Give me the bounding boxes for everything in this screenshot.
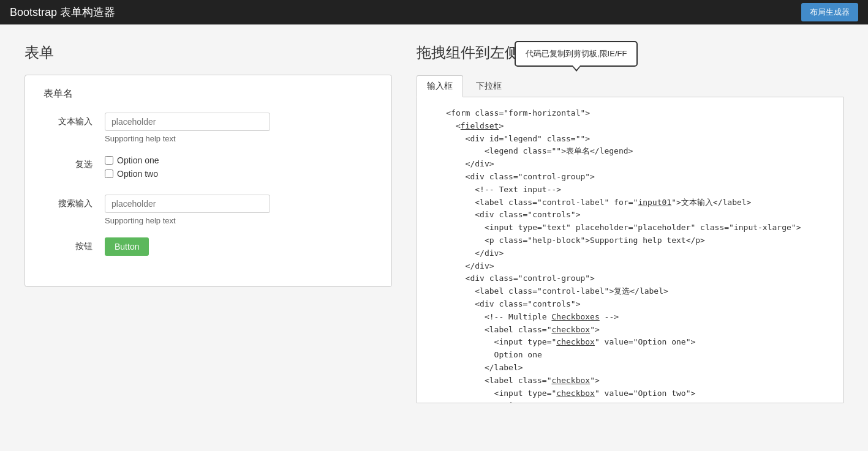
code-line: <label class="control-label">复选</label> xyxy=(427,285,833,298)
checkbox-option-one: Option one xyxy=(105,155,373,165)
code-line: <input type="checkbox" value="Option one… xyxy=(427,336,833,349)
button-controls: Button xyxy=(105,237,373,256)
text-input-group: 文本输入 Supporting help text xyxy=(43,113,373,143)
search-input-group: 搜索输入 Supporting help text xyxy=(43,195,373,225)
form-container: 表单名 文本输入 Supporting help text 复选 Option … xyxy=(25,75,392,287)
checkbox-option-two: Option two xyxy=(105,169,373,179)
search-input-label: 搜索输入 xyxy=(43,195,105,209)
text-input-help: Supporting help text xyxy=(105,134,373,143)
right-panel: 拖拽组件到左侧 输入框 下拉框 代码已复制到剪切板,限IE/FF <form c… xyxy=(417,43,843,433)
tooltip-text: 代码已复制到剪切板,限IE/FF xyxy=(526,49,627,58)
text-input-controls: Supporting help text xyxy=(105,113,373,143)
checkbox-option-two-label[interactable]: Option two xyxy=(117,169,158,179)
code-line: <!-- Text input--> xyxy=(427,184,833,196)
code-line: <div id="legend" class=""> xyxy=(427,133,833,146)
tab-container: 输入框 下拉框 代码已复制到剪切板,限IE/FF <form class="fo… xyxy=(417,75,843,403)
code-line: <p class="help-block">Supporting help te… xyxy=(427,234,833,247)
tab-input-frame[interactable]: 输入框 xyxy=(417,75,463,97)
button-label-text: 按钮 xyxy=(43,237,105,252)
code-line: <input type="checkbox" value="Option two… xyxy=(427,387,833,400)
code-line: <div class="controls"> xyxy=(427,298,833,311)
code-line: Option one xyxy=(427,349,833,362)
form-section-title: 表单 xyxy=(25,43,392,62)
checkbox-option-two-input[interactable] xyxy=(105,170,113,178)
code-line: </div> xyxy=(427,260,833,273)
code-line: <label class="control-label" for="input0… xyxy=(427,196,833,209)
search-input-field[interactable] xyxy=(105,195,270,213)
search-input-help: Supporting help text xyxy=(105,216,373,225)
code-line: Option two xyxy=(427,400,833,403)
code-line: <!-- Multiple Checkboxes --> xyxy=(427,311,833,324)
text-input-label: 文本输入 xyxy=(43,113,105,127)
code-area[interactable]: <form class="form-horizontal"> <fieldset… xyxy=(417,97,843,403)
code-line: <input type="text" placeholder="placehol… xyxy=(427,222,833,234)
code-line: </label> xyxy=(427,362,833,375)
checkbox-controls: Option one Option two xyxy=(105,155,373,182)
submit-button[interactable]: Button xyxy=(105,237,149,256)
code-line: <div class="control-group"> xyxy=(427,171,833,184)
layout-generator-button[interactable]: 布局生成器 xyxy=(801,3,858,21)
form-name-label: 表单名 xyxy=(43,88,373,100)
checkbox-label: 复选 xyxy=(43,155,105,170)
search-input-controls: Supporting help text xyxy=(105,195,373,225)
code-line: <form class="form-horizontal"> xyxy=(427,107,833,120)
checkbox-group: 复选 Option one Option two xyxy=(43,155,373,182)
code-line: <legend class="">表单名</legend> xyxy=(427,145,833,158)
tab-row: 输入框 下拉框 代码已复制到剪切板,限IE/FF xyxy=(417,75,843,97)
navbar-brand: Bootstrap 表单构造器 xyxy=(10,5,115,20)
code-line: </div> xyxy=(427,247,833,260)
code-line: <div class="control-group"> xyxy=(427,272,833,285)
tab-dropdown-frame[interactable]: 下拉框 xyxy=(466,75,512,97)
button-group: 按钮 Button xyxy=(43,237,373,256)
code-line: <label class="checkbox"> xyxy=(427,375,833,387)
checkbox-option-one-label[interactable]: Option one xyxy=(117,155,159,165)
code-line: <fieldset> xyxy=(427,120,833,133)
code-line: </div> xyxy=(427,158,833,171)
code-line: <div class="controls"> xyxy=(427,209,833,222)
code-line: <label class="checkbox"> xyxy=(427,324,833,337)
navbar: Bootstrap 表单构造器 布局生成器 xyxy=(0,0,868,24)
copy-tooltip: 代码已复制到剪切板,限IE/FF xyxy=(515,41,638,67)
main-layout: 表单 表单名 文本输入 Supporting help text 复选 Opti… xyxy=(0,24,868,451)
left-panel: 表单 表单名 文本输入 Supporting help text 复选 Opti… xyxy=(25,43,392,433)
checkbox-option-one-input[interactable] xyxy=(105,156,113,165)
text-input-field[interactable] xyxy=(105,113,270,131)
